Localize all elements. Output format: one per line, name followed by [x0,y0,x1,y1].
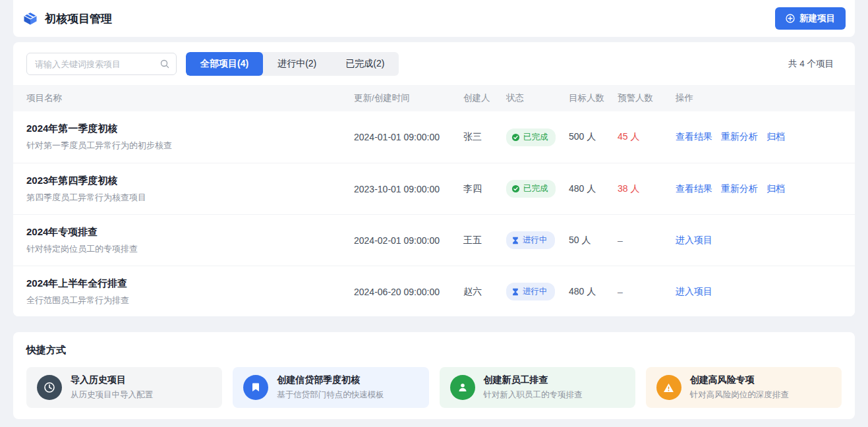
target-count: 500 人 [569,131,618,143]
shortcut-text: 创建信贷部季度初核 基于信贷部门特点的快速模板 [277,374,384,401]
project-title: 2023年第四季度初核 [26,175,354,187]
tab-all-projects[interactable]: 全部项目(4) [186,52,263,76]
toolbar: 全部项目(4) 进行中(2) 已完成(2) 共 4 个项目 [13,42,855,85]
project-name-cell: 2023年第四季度初核 第四季度员工异常行为核查项目 [26,175,354,204]
plus-circle-icon [786,14,795,23]
target-count: 480 人 [569,286,618,298]
box-logo-icon [22,11,38,26]
search-box [26,53,177,75]
project-title: 2024年第一季度初核 [26,123,354,135]
check-circle-icon [511,185,520,193]
clock-icon [37,375,62,400]
shortcut-description: 针对高风险岗位的深度排查 [690,389,789,401]
warning-count: – [618,235,676,246]
shortcut-title: 导入历史项目 [71,374,153,386]
shortcut-import-history[interactable]: 导入历史项目 从历史项目中导入配置 [26,367,222,408]
row-actions: 进入项目 [676,235,842,246]
search-icon [159,59,170,69]
warning-count: 38 人 [618,183,676,195]
tab-completed[interactable]: 已完成(2) [331,52,399,76]
warning-triangle-icon [656,375,681,400]
project-list-panel: 全部项目(4) 进行中(2) 已完成(2) 共 4 个项目 项目名称 更新/创建… [13,42,855,316]
project-description: 针对特定岗位员工的专项排查 [26,243,354,255]
warning-count: – [618,287,676,297]
project-status-cell: 已完成 [506,180,569,198]
shortcuts-title: 快捷方式 [26,344,842,356]
shortcut-text: 创建高风险专项 针对高风险岗位的深度排查 [690,374,789,401]
col-header-warning: 预警人数 [618,92,676,104]
project-name-cell: 2024年上半年全行排查 全行范围员工异常行为排查 [26,277,354,306]
view-results-link[interactable]: 查看结果 [676,183,712,195]
bookmark-icon [243,375,268,400]
shortcut-text: 导入历史项目 从历史项目中导入配置 [71,374,153,401]
row-actions: 查看结果 重新分析 归档 [676,183,842,195]
status-badge: 已完成 [506,180,556,198]
shortcut-description: 从历史项目中导入配置 [71,389,153,401]
shortcut-title: 创建信贷部季度初核 [277,374,384,386]
shortcut-high-risk-special[interactable]: 创建高风险专项 针对高风险岗位的深度排查 [646,367,842,408]
page-header: 初核项目管理 新建项目 [13,0,855,37]
shortcut-title: 创建高风险专项 [690,374,789,386]
project-creator: 张三 [463,131,506,143]
new-project-button-label: 新建项目 [799,13,835,24]
enter-project-link[interactable]: 进入项目 [676,286,712,298]
project-status-cell: 进行中 [506,283,569,300]
person-icon [450,375,475,400]
archive-link[interactable]: 归档 [767,183,785,195]
shortcut-description: 针对新入职员工的专项排查 [484,389,583,401]
hourglass-icon [511,237,519,244]
shortcuts-row: 导入历史项目 从历史项目中导入配置 创建信贷部季度初核 基于信贷部门特点的快速模… [26,367,842,408]
col-header-actions: 操作 [676,92,842,104]
shortcuts-panel: 快捷方式 导入历史项目 从历史项目中导入配置 创建信贷部季度初核 [13,332,855,419]
warning-count: 45 人 [618,131,676,143]
col-header-target: 目标人数 [569,92,618,104]
project-creator: 赵六 [463,286,506,298]
shortcut-title: 创建新员工排查 [484,374,583,386]
project-description: 第四季度员工异常行为核查项目 [26,192,354,204]
page-title: 初核项目管理 [45,11,112,26]
table-header-row: 项目名称 更新/创建时间 创建人 状态 目标人数 预警人数 操作 [13,85,855,111]
project-status-cell: 进行中 [506,231,569,249]
project-name-cell: 2024年第一季度初核 针对第一季度员工异常行为的初步核查 [26,123,354,152]
project-time: 2023-10-01 09:00:00 [354,184,463,194]
table-row: 2024年第一季度初核 针对第一季度员工异常行为的初步核查 2024-01-01… [13,111,855,163]
status-badge-label: 已完成 [523,132,548,143]
status-badge-label: 进行中 [523,286,548,297]
reanalyze-link[interactable]: 重新分析 [721,183,758,195]
archive-link[interactable]: 归档 [767,131,785,143]
hourglass-icon [511,288,519,296]
shortcut-credit-dept-review[interactable]: 创建信贷部季度初核 基于信贷部门特点的快速模板 [233,367,428,408]
row-actions: 进入项目 [676,286,842,298]
col-header-creator: 创建人 [463,92,506,104]
project-time: 2024-06-20 09:00:00 [354,287,463,297]
row-actions: 查看结果 重新分析 归档 [676,131,842,143]
status-badge: 进行中 [506,231,555,249]
new-project-button[interactable]: 新建项目 [775,7,846,30]
status-badge: 进行中 [506,283,555,300]
project-title: 2024年专项排查 [26,226,354,239]
shortcut-description: 基于信贷部门特点的快速模板 [277,389,384,401]
col-header-name: 项目名称 [26,92,354,104]
shortcut-new-employee-check[interactable]: 创建新员工排查 针对新入职员工的专项排查 [440,367,635,408]
status-badge-label: 进行中 [523,235,548,246]
view-results-link[interactable]: 查看结果 [676,131,712,143]
reanalyze-link[interactable]: 重新分析 [721,131,758,143]
table-row: 2024年上半年全行排查 全行范围员工异常行为排查 2024-06-20 09:… [13,266,855,316]
project-description: 全行范围员工异常行为排查 [26,295,354,306]
check-circle-icon [511,133,520,142]
target-count: 50 人 [569,235,618,246]
project-status-cell: 已完成 [506,128,569,146]
target-count: 480 人 [569,183,618,195]
project-creator: 王五 [463,235,506,246]
col-header-status: 状态 [506,92,569,104]
search-input[interactable] [26,53,177,75]
tab-in-progress[interactable]: 进行中(2) [263,52,331,76]
shortcut-text: 创建新员工排查 针对新入职员工的专项排查 [484,374,583,401]
enter-project-link[interactable]: 进入项目 [676,235,712,246]
table-row: 2024年专项排查 针对特定岗位员工的专项排查 2024-02-01 09:00… [13,214,855,266]
status-badge-label: 已完成 [523,183,548,194]
project-creator: 李四 [463,183,506,195]
filter-tabs: 全部项目(4) 进行中(2) 已完成(2) [186,52,399,76]
project-name-cell: 2024年专项排查 针对特定岗位员工的专项排查 [26,226,354,255]
project-time: 2024-01-01 09:00:00 [354,132,463,142]
